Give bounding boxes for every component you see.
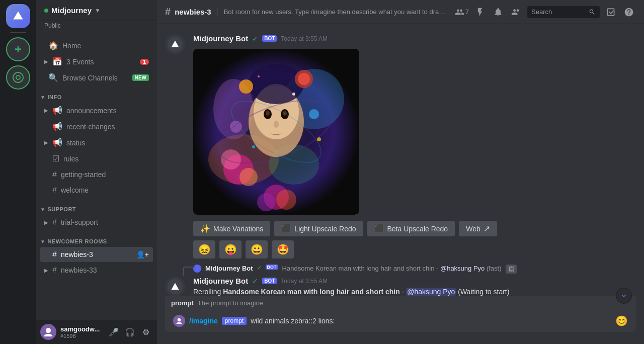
- bot-badge-2: BOT: [262, 278, 277, 284]
- messages-area[interactable]: Midjourney Bot ✓ BOT Today at 3:55 AM: [157, 24, 644, 296]
- sidebar-item-rules[interactable]: ☑ rules: [40, 151, 153, 166]
- sidebar-item-newbies-33[interactable]: ▶ # newbies-33: [40, 263, 153, 278]
- text-input-area: prompt The prompt to imagine /imagine pr…: [157, 296, 644, 344]
- svg-point-19: [249, 64, 304, 104]
- notification-icon[interactable]: [491, 5, 505, 19]
- category-arrow-icon: ▼: [40, 207, 45, 212]
- events-arrow-icon: ▶: [44, 59, 48, 64]
- expand-icon: ▶: [44, 140, 48, 145]
- sidebar-item-status[interactable]: ▶ 📢 status: [40, 135, 153, 150]
- expand-icon: ▶: [44, 268, 48, 273]
- settings-icon[interactable]: ⚙: [139, 325, 153, 339]
- category-arrow-icon: ▼: [40, 95, 45, 100]
- sidebar-item-getting-started[interactable]: # getting-started: [40, 167, 153, 182]
- action-buttons: ✨ Make Variations ⬛ Light Upscale Redo ⬛…: [193, 221, 636, 236]
- sidebar-item-browse[interactable]: 🔍 Browse Channels NEW: [40, 70, 153, 85]
- headphones-icon[interactable]: 🎧: [123, 325, 137, 339]
- svg-point-32: [257, 193, 275, 211]
- web-button[interactable]: Web ↗: [459, 221, 497, 236]
- expand-icon: ▶: [44, 220, 48, 225]
- chevron-down-icon: ▼: [95, 7, 101, 14]
- message-author-2[interactable]: Midjourney Bot: [193, 277, 248, 285]
- sidebar-item-welcome[interactable]: # welcome: [40, 183, 153, 198]
- reaction-happy[interactable]: 😀: [246, 240, 268, 259]
- bolt-icon[interactable]: [473, 5, 487, 19]
- bot-avatar: [165, 34, 185, 54]
- category-info[interactable]: ▼ INFO: [36, 86, 157, 102]
- bot-badge: BOT: [262, 35, 277, 42]
- megaphone-icon: 📢: [52, 138, 62, 147]
- user-discriminator: #1598: [60, 333, 103, 339]
- generated-image: [193, 49, 359, 215]
- user-panel: samgoodw... #1598 🎤 🎧 ⚙: [36, 320, 157, 344]
- mention[interactable]: @haksung Pyo: [406, 288, 456, 296]
- command-param: prompt: [222, 317, 247, 325]
- people-icon[interactable]: [509, 5, 523, 19]
- server-header[interactable]: Midjourney ▼: [36, 0, 157, 21]
- svg-point-18: [274, 121, 279, 128]
- members-icon[interactable]: 7: [455, 5, 469, 19]
- category-newcomer-rooms[interactable]: ▼ NEWCOMER ROOMS: [36, 230, 157, 246]
- svg-point-11: [239, 168, 258, 186]
- online-indicator: [44, 9, 48, 13]
- help-icon[interactable]: [622, 5, 636, 19]
- channel-name: rules: [63, 155, 78, 163]
- microphone-icon[interactable]: 🎤: [107, 325, 121, 339]
- reaction-star-eyes[interactable]: 🤩: [272, 240, 294, 259]
- sidebar-item-trial-support[interactable]: ▶ # trial-support: [40, 215, 153, 230]
- message-author[interactable]: Midjourney Bot: [193, 34, 248, 43]
- channel-name-label: newbies-3: [175, 8, 211, 16]
- text-input-box[interactable]: /imagine prompt 😊: [165, 310, 636, 332]
- search-bar[interactable]: [527, 6, 600, 18]
- server-add-button[interactable]: +: [6, 37, 30, 61]
- server-explore-button[interactable]: [6, 65, 30, 90]
- channel-name: welcome: [61, 186, 89, 194]
- svg-point-21: [298, 73, 310, 85]
- ref-verified-icon: ✓: [257, 265, 262, 271]
- channel-name: trial-support: [61, 218, 98, 226]
- server-status: Public: [36, 21, 157, 33]
- svg-point-23: [309, 109, 319, 119]
- command-input[interactable]: [251, 317, 611, 325]
- sidebar-item-events[interactable]: ▶ 📅 3 Events 1: [40, 54, 153, 69]
- upscale-icon: ⬛: [374, 224, 384, 233]
- svg-point-25: [292, 93, 295, 96]
- reference-message: Midjourney Bot ✓ BOT Handsome Korean man…: [165, 263, 636, 276]
- topbar: # newbies-3 Bot room for new users. Type…: [157, 0, 644, 24]
- channel-name: recent-changes: [66, 123, 115, 131]
- channel-name: newbies-3: [61, 250, 132, 259]
- prompt-hint: prompt The prompt to imagine: [165, 296, 636, 310]
- svg-point-1: [16, 75, 20, 79]
- sidebar-item-announcements[interactable]: ▶ 📢 announcements: [40, 103, 153, 118]
- light-upscale-redo-button[interactable]: ⬛ Light Upscale Redo: [274, 221, 363, 236]
- ref-avatar: [193, 265, 201, 273]
- add-member-icon: 👤+: [136, 250, 149, 259]
- search-input[interactable]: [531, 8, 587, 16]
- megaphone-icon: 📢: [52, 122, 62, 131]
- svg-point-0: [13, 72, 23, 82]
- server-icon-midjourney[interactable]: [6, 4, 30, 28]
- ref-image-icon[interactable]: 🖼: [506, 265, 517, 274]
- verified-icon-2: ✓: [252, 277, 258, 285]
- button-label: Make Variations: [213, 225, 263, 233]
- reaction-angry[interactable]: 😖: [193, 240, 215, 259]
- channel-name: newbies-33: [61, 266, 97, 274]
- scroll-to-bottom-button[interactable]: [616, 288, 632, 304]
- beta-upscale-redo-button[interactable]: ⬛ Beta Upscale Redo: [367, 221, 455, 236]
- svg-point-26: [258, 75, 260, 77]
- channel-name: status: [66, 139, 85, 147]
- rules-icon: ☑: [52, 154, 59, 163]
- home-icon: 🏠: [48, 41, 58, 50]
- inbox-icon[interactable]: [604, 5, 618, 19]
- sidebar-item-recent-changes[interactable]: 📢 recent-changes: [40, 119, 153, 134]
- sidebar-item-newbies-3[interactable]: # newbies-3 👤+: [40, 247, 153, 262]
- make-variations-button[interactable]: ✨ Make Variations: [193, 221, 270, 236]
- message-header-2: Midjourney Bot ✓ BOT Today at 3:55 AM: [193, 277, 628, 285]
- reaction-tongue[interactable]: 😛: [219, 240, 242, 259]
- sidebar-item-home[interactable]: 🏠 Home: [40, 38, 153, 53]
- category-support[interactable]: ▼ SUPPORT: [36, 198, 157, 214]
- server-name: Midjourney ▼: [44, 6, 101, 15]
- bold-text: Handsome Korean man with long hair and s…: [223, 288, 400, 296]
- user-controls: 🎤 🎧 ⚙: [107, 325, 153, 339]
- emoji-button[interactable]: 😊: [615, 315, 628, 327]
